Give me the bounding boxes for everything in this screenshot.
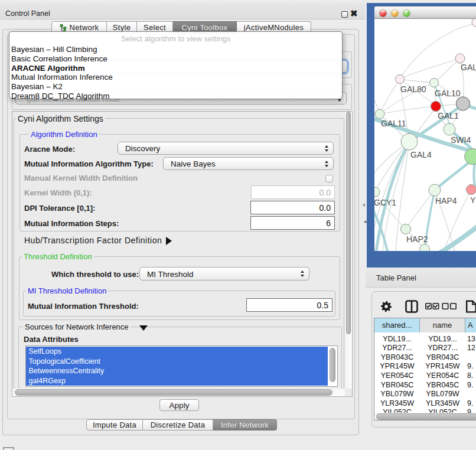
dropdown-item[interactable]: Bayesian – K2 — [11, 82, 63, 91]
column-header-1[interactable]: shared... — [374, 318, 420, 332]
vertical-scrollbar-thumb[interactable] — [346, 112, 351, 334]
zoom-traffic-light-icon[interactable] — [403, 10, 410, 17]
close-traffic-light-icon[interactable] — [380, 10, 386, 17]
network-node-gal7[interactable] — [455, 54, 465, 63]
network-node-pink-node[interactable] — [467, 185, 476, 195]
grid-mode-button[interactable] — [3, 447, 14, 450]
node-label: Y — [470, 195, 476, 205]
which-threshold-combobox[interactable]: MI Threshold — [139, 267, 309, 281]
close-icon[interactable]: ✖ — [350, 8, 358, 19]
hub-definition-label: Hub/Transcription Factor Definition — [24, 236, 162, 245]
table-cell: YBR043C — [374, 353, 420, 363]
aracne-mode-value: Discovery — [125, 142, 160, 155]
table-row[interactable]: YLR345WYLR345W9. — [374, 399, 476, 409]
network-node-gal80[interactable] — [396, 75, 405, 84]
table-cell: YBL079W — [420, 390, 465, 399]
list-scrollbar-thumb[interactable] — [330, 348, 335, 382]
checked-pair-icon[interactable] — [426, 304, 439, 309]
table-row[interactable]: YDR27...YDR27...12 — [374, 344, 476, 353]
combo-arrows-icon — [324, 159, 329, 168]
table-row[interactable]: YDL19...YDL19...13 — [374, 335, 476, 344]
unchecked-pair-icon[interactable] — [442, 304, 456, 309]
float-window-icon[interactable] — [341, 11, 348, 18]
control-panel-title: Control Panel — [5, 9, 50, 18]
tab-impute-data[interactable]: Impute Data — [86, 419, 143, 431]
mi-steps-label: Mutual Information Steps: — [24, 219, 119, 228]
split-columns-icon[interactable] — [406, 301, 418, 312]
combo-arrows-icon — [300, 270, 305, 278]
dropdown-prompt: Select algorithm to view settings — [9, 34, 342, 43]
dropdown-item[interactable]: ARACNE Algorithm — [11, 64, 85, 73]
node-label: GAL80 — [400, 84, 426, 94]
node-label: GAL4 — [410, 150, 432, 159]
manual-kernel-checkbox[interactable] — [325, 175, 333, 182]
network-node-swi4[interactable] — [444, 123, 455, 135]
table-row[interactable]: YBR043CYBR043C — [374, 353, 476, 363]
node-label: GCY1 — [374, 198, 396, 207]
aracne-mode-combobox[interactable]: Discovery — [118, 142, 334, 155]
attribute-item[interactable]: BetweennessCentrality — [26, 366, 328, 376]
dropdown-item[interactable]: Mutual Information Inference — [11, 73, 113, 81]
mi-steps-field[interactable]: 6 — [250, 216, 335, 230]
apply-button[interactable]: Apply — [159, 399, 199, 411]
network-node-hap4[interactable] — [429, 184, 441, 196]
mi-type-combobox[interactable]: Naive Bayes — [163, 157, 334, 170]
network-node-hap2[interactable] — [401, 224, 411, 234]
tab-discretize-data[interactable]: Discretize Data — [143, 419, 213, 431]
collapse-arrow-icon[interactable] — [139, 325, 148, 331]
minimize-traffic-light-icon[interactable] — [392, 10, 398, 17]
data-attributes-label: Data Attributes — [24, 335, 79, 344]
combo-arrows-icon — [324, 144, 329, 152]
attribute-item[interactable]: SelfLoops — [26, 347, 328, 357]
table-row[interactable]: YPR145WYPR145W9. — [374, 362, 476, 371]
network-canvas[interactable]: GALGAL80GAL10GAL1GAL11SWI4GAL4GCY1HAP4YH… — [374, 19, 476, 251]
network-node-red-node[interactable] — [431, 102, 441, 112]
column-header-2[interactable]: name — [420, 318, 465, 332]
network-node-gal4[interactable] — [401, 133, 418, 150]
algorithm-dropdown-popup: Select algorithm to view settings Bayesi… — [9, 31, 343, 99]
network-node-node[interactable] — [472, 19, 476, 27]
tab-infer-network[interactable]: Infer Network — [213, 419, 277, 431]
network-node-gcy1[interactable] — [374, 187, 380, 197]
network-node-gal10[interactable] — [430, 79, 439, 87]
kernel-width-field[interactable]: 0.0 — [251, 185, 335, 199]
table-horizontal-scrollbar[interactable] — [375, 413, 476, 420]
document-icon[interactable] — [467, 301, 476, 312]
node-label: GAL1 — [438, 111, 459, 120]
node-label: GAL — [461, 63, 476, 72]
dpi-tolerance-field[interactable]: 0.0 — [250, 201, 335, 214]
horizontal-scrollbar-thumb[interactable] — [15, 389, 332, 396]
dropdown-item[interactable]: Bayesian – Hill Climbing — [11, 45, 97, 54]
node-table: shared...nameA YDL19...YDL19...13YDR27..… — [374, 318, 476, 420]
network-window-titlebar[interactable] — [374, 6, 476, 19]
list-scrollbar[interactable] — [329, 347, 336, 386]
mi-threshold-field[interactable]: 0.5 — [246, 298, 332, 312]
node-label: GAL10 — [435, 89, 461, 98]
network-node-gray-node[interactable] — [456, 97, 470, 110]
kernel-width-label: Kernel Width (0,1): — [24, 188, 92, 197]
network-node-gal11[interactable] — [375, 109, 384, 119]
data-attributes-list[interactable]: gal4RGexpBetweennessCentralityTopologica… — [25, 345, 338, 387]
table-cell: YLR345W — [374, 399, 420, 409]
table-row[interactable]: YER054CYER054C8. — [374, 371, 476, 381]
attribute-item[interactable]: TopologicalCoefficient — [26, 357, 328, 367]
column-header-3[interactable]: A — [465, 318, 476, 332]
table-row[interactable]: YBL079WYBL079W — [374, 390, 476, 399]
table-cell: YDL19... — [374, 335, 420, 344]
table-row[interactable]: YBR045CYBR045C9. — [374, 381, 476, 390]
dropdown-item[interactable]: Basic Correlation Inference — [11, 54, 107, 63]
expand-arrow-icon[interactable] — [166, 237, 172, 245]
divider-collapse-icon[interactable] — [363, 203, 365, 207]
settings-vertical-scrollbar[interactable] — [345, 112, 352, 389]
which-threshold-value: MI Threshold — [147, 268, 194, 281]
attribute-item[interactable]: gal4RGexp — [26, 376, 328, 386]
network-tab-icon — [60, 24, 67, 32]
gear-icon[interactable] — [381, 301, 392, 312]
settings-horizontal-scrollbar[interactable] — [12, 389, 345, 396]
split-divider[interactable] — [360, 19, 367, 440]
network-node-labels: GALGAL80GAL10GAL1GAL11SWI4GAL4GCY1HAP4YH… — [374, 63, 476, 244]
dropdown-item[interactable]: Dream8 DC_TDC Algorithm — [11, 92, 110, 100]
table-cell: YER054C — [374, 371, 420, 381]
cyni-algorithm-settings-title: Cyni Algorithm Settings — [16, 114, 105, 123]
table-scrollbar-thumb[interactable] — [376, 413, 476, 420]
